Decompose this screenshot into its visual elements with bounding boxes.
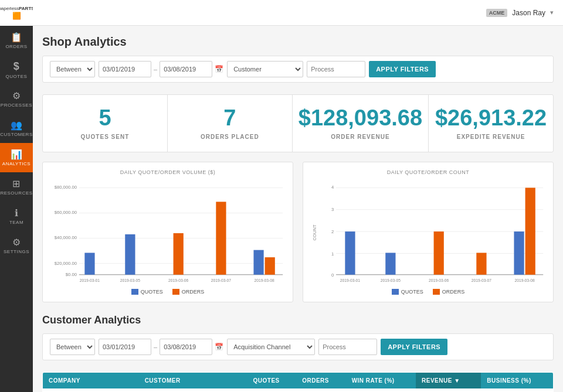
count-quotes-label: QUOTES <box>401 289 423 295</box>
shop-apply-filters-button[interactable]: APPLY FILTERS <box>369 61 436 77</box>
customer-select[interactable]: Customer <box>227 61 303 77</box>
svg-text:COUNT: COUNT <box>312 224 317 240</box>
date-from-input[interactable] <box>99 61 151 77</box>
svg-text:$60,000.00: $60,000.00 <box>55 210 77 215</box>
orders-placed-label: ORDERS PLACED <box>201 134 259 140</box>
expedite-revenue-label: EXPEDITE REVENUE <box>457 134 525 140</box>
volume-chart-area: $80,000.00 $60,000.00 $40,000.00 $20,000… <box>50 180 286 285</box>
shop-filter-bar: Between – 📅 Customer APPLY FILTERS <box>42 56 554 83</box>
quotes-sent-value: 5 <box>99 107 111 129</box>
sidebar-item-team[interactable]: ℹ Team <box>0 202 33 231</box>
acquisition-select[interactable]: Acquisition Channel <box>227 339 315 355</box>
main-content: ACME Jason Ray ▾ Shop Analytics Between … <box>33 0 563 392</box>
count-orders-legend: ORDERS <box>433 289 465 295</box>
count-quotes-color <box>392 289 399 295</box>
svg-text:2019-03-08: 2019-03-08 <box>515 278 535 282</box>
order-revenue-stat: $128,093.68 ORDER REVENUE <box>293 95 429 152</box>
sidebar-item-analytics-label: Analytics <box>2 161 30 166</box>
svg-text:2019-03-06: 2019-03-06 <box>168 278 188 282</box>
date-range-select[interactable]: Between <box>50 61 95 77</box>
volume-chart-svg: $80,000.00 $60,000.00 $40,000.00 $20,000… <box>50 180 286 285</box>
customer-date-range-group: – 📅 <box>99 339 223 355</box>
customer-filter-bar: Between – 📅 Acquisition Channel APPLY FI… <box>42 333 554 360</box>
bar <box>125 234 135 275</box>
volume-orders-color <box>172 289 179 295</box>
sidebar-item-resources[interactable]: ⊞ Resources <box>0 172 33 202</box>
sidebar-item-processes[interactable]: ⚙ Processes <box>0 84 33 114</box>
col-company: COMPANY <box>43 373 139 389</box>
customer-date-separator: – <box>154 343 157 350</box>
orders-placed-value: 7 <box>223 107 236 129</box>
bar <box>216 202 226 274</box>
bar <box>253 250 263 275</box>
cell-orders: 3 <box>296 388 345 392</box>
svg-text:2019-03-07: 2019-03-07 <box>472 278 491 282</box>
cell-revenue: $111,253.28 <box>416 388 481 392</box>
date-separator: – <box>154 66 157 73</box>
count-chart-svg: COUNT 4 3 2 1 0 <box>310 180 546 285</box>
sidebar-item-orders-label: Orders <box>5 44 27 49</box>
customer-date-to-input[interactable] <box>160 339 212 355</box>
shop-analytics-title: Shop Analytics <box>42 35 554 49</box>
process-input[interactable] <box>307 61 365 77</box>
svg-text:4: 4 <box>331 185 334 190</box>
count-orders-color <box>433 289 440 295</box>
col-win-rate: WIN RATE (%) <box>346 373 416 389</box>
volume-orders-legend: ORDERS <box>172 289 205 295</box>
company-badge: ACME <box>486 9 508 17</box>
bar <box>476 253 486 274</box>
col-quotes: QUOTES <box>247 373 297 389</box>
volume-orders-label: ORDERS <box>182 289 205 295</box>
order-revenue-label: ORDER REVENUE <box>331 134 389 140</box>
svg-text:2: 2 <box>331 229 334 234</box>
cell-business: 86.85 <box>481 388 553 392</box>
sidebar-item-orders[interactable]: 📋 Orders <box>0 26 33 55</box>
count-chart-title: DAILY QUOTE/ORDER COUNT <box>310 169 546 175</box>
col-business: BUSINESS (%) <box>481 373 553 389</box>
customer-analytics-section: Customer Analytics Between – 📅 Acquisiti… <box>42 314 554 392</box>
customer-date-from-input[interactable] <box>99 339 151 355</box>
customer-analytics-title: Customer Analytics <box>42 314 554 326</box>
sidebar-item-customers[interactable]: 👥 Customers <box>0 114 33 143</box>
count-chart-container: DAILY QUOTE/ORDER COUNT COUNT 4 3 2 1 0 <box>303 162 554 302</box>
stats-row: 5 QUOTES SENT 7 ORDERS PLACED $128,093.6… <box>42 94 554 152</box>
col-revenue[interactable]: REVENUE ▼ <box>416 373 481 389</box>
cell-quotes: 0 <box>247 388 297 392</box>
cell-win-rate: 300 <box>346 388 416 392</box>
sidebar-item-team-label: Team <box>9 220 23 225</box>
sidebar-item-analytics[interactable]: 📊 Analytics <box>0 143 33 172</box>
orders-icon: 📋 <box>11 32 23 43</box>
svg-text:2019-03-05: 2019-03-05 <box>120 278 140 282</box>
customer-date-range-select[interactable]: Between <box>50 339 95 355</box>
sidebar-item-customers-label: Customers <box>0 132 32 137</box>
sidebar-item-settings-label: Settings <box>4 249 29 254</box>
customer-apply-filters-button[interactable]: APPLY FILTERS <box>381 339 447 355</box>
user-dropdown-icon[interactable]: ▾ <box>550 9 554 16</box>
customer-table: COMPANY CUSTOMER QUOTES ORDERS WIN RATE … <box>42 372 554 392</box>
analytics-icon: 📊 <box>11 149 23 160</box>
sidebar: paperlessPARTS 🟧 📋 Orders $ Quotes ⚙ Pro… <box>0 0 33 392</box>
customer-process-input[interactable] <box>318 339 377 355</box>
order-revenue-value: $128,093.68 <box>299 107 422 129</box>
sidebar-item-settings[interactable]: ⚙ Settings <box>0 231 33 260</box>
sidebar-item-quotes-label: Quotes <box>6 74 28 79</box>
date-range-group: – 📅 <box>99 61 223 77</box>
sidebar-item-quotes[interactable]: $ Quotes <box>0 55 33 84</box>
sidebar-item-resources-label: Resources <box>0 190 32 196</box>
date-to-input[interactable] <box>160 61 212 77</box>
calendar-icon[interactable]: 📅 <box>215 65 223 73</box>
count-orders-label: ORDERS <box>442 289 465 295</box>
quotes-icon: $ <box>13 60 20 73</box>
customers-icon: 👥 <box>11 120 23 131</box>
cell-company: Paperless Parts, Inc <box>43 388 139 392</box>
quotes-sent-stat: 5 QUOTES SENT <box>43 95 168 152</box>
svg-text:$80,000.00: $80,000.00 <box>55 185 77 190</box>
expedite-revenue-value: $26,913.22 <box>435 107 547 129</box>
svg-text:2019-03-01: 2019-03-01 <box>80 278 100 282</box>
bar <box>525 188 535 274</box>
charts-row: DAILY QUOTE/ORDER VOLUME ($) $80,000.00 … <box>42 162 554 302</box>
cell-customer: Todd Dewey <box>139 388 247 392</box>
bar <box>385 253 395 274</box>
bar <box>174 233 184 275</box>
customer-calendar-icon[interactable]: 📅 <box>215 343 223 351</box>
